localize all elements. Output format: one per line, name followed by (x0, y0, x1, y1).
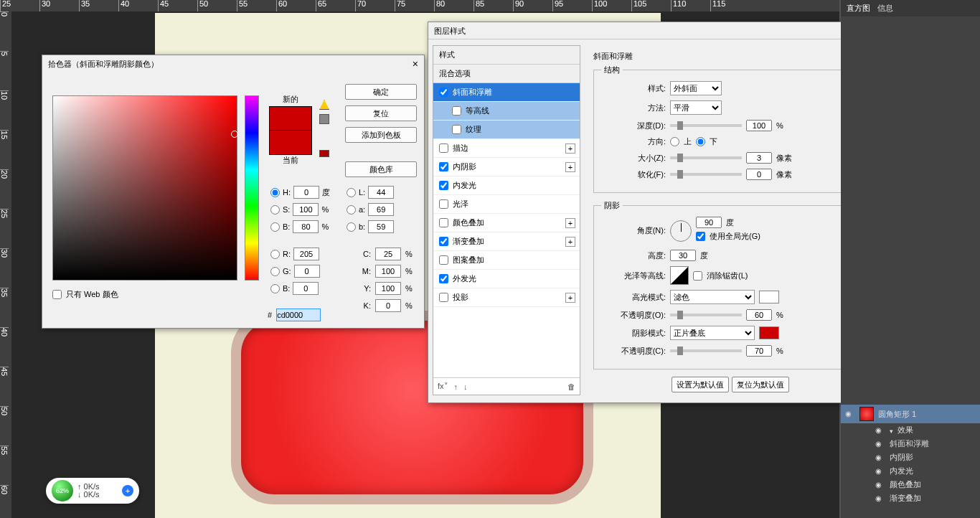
gamut-warning-icon[interactable] (319, 100, 329, 110)
reset-button[interactable]: 复位 (345, 105, 417, 121)
visibility-icon[interactable] (875, 439, 885, 449)
dir-down[interactable] (696, 137, 705, 146)
add-icon[interactable]: + (565, 218, 575, 228)
down-arrow-icon[interactable]: ↓ (463, 382, 468, 391)
ok-button[interactable]: 确定 (345, 84, 417, 100)
c-input[interactable] (375, 248, 401, 260)
fx-item[interactable]: 内发光 (841, 464, 980, 478)
l-radio[interactable] (347, 188, 356, 197)
k-input[interactable] (375, 299, 401, 312)
soften-slider[interactable] (670, 173, 742, 176)
layer-thumb[interactable] (859, 407, 874, 421)
contour-picker[interactable] (670, 266, 689, 285)
item-satin[interactable]: 光泽 (433, 195, 580, 214)
saturation-value-field[interactable] (52, 95, 237, 281)
fx-item[interactable]: 颜色叠加 (841, 478, 980, 491)
visibility-icon[interactable] (875, 425, 885, 435)
a-radio[interactable] (347, 205, 356, 215)
current-color-swatch[interactable] (269, 131, 312, 155)
item-contour[interactable]: 等高线 (433, 102, 580, 121)
add-icon[interactable]: + (565, 237, 575, 247)
b2-input[interactable] (368, 220, 394, 233)
y-input[interactable] (375, 282, 401, 295)
b2-radio[interactable] (347, 222, 356, 232)
h-radio[interactable] (270, 188, 280, 197)
hue-slider[interactable] (245, 95, 259, 281)
up-arrow-icon[interactable]: ↑ (454, 382, 458, 391)
highlight-opacity-slider[interactable] (670, 314, 742, 316)
fx-header[interactable]: 效果 (841, 423, 980, 437)
h-input[interactable] (293, 186, 319, 199)
close-icon[interactable]: × (413, 55, 418, 72)
visibility-icon[interactable] (875, 494, 885, 504)
item-texture[interactable]: 纹理 (433, 121, 580, 139)
dir-up[interactable] (670, 137, 679, 146)
plus-icon[interactable]: + (122, 485, 133, 496)
fx-item[interactable]: 渐变叠加 (841, 491, 980, 505)
fx-item[interactable]: 斜面和浮雕 (841, 437, 980, 451)
item-inner-shadow[interactable]: 内阴影+ (433, 158, 580, 176)
m-input[interactable] (375, 265, 401, 278)
size-input[interactable] (746, 152, 772, 164)
r-input[interactable] (293, 248, 319, 260)
layer-row[interactable]: 圆角矩形 1 (841, 405, 980, 423)
trash-icon[interactable]: 🗑 (567, 382, 575, 391)
tab-histogram[interactable]: 直方图 (847, 3, 870, 14)
g-input[interactable] (294, 265, 320, 278)
fx-icon[interactable]: fx˅ (438, 382, 448, 391)
shadow-opacity-input[interactable] (746, 345, 772, 357)
soften-input[interactable] (746, 169, 772, 180)
angle-dial[interactable] (670, 220, 692, 242)
styles-header[interactable]: 样式 (433, 46, 580, 65)
angle-input[interactable] (696, 217, 722, 228)
b-input[interactable] (293, 220, 319, 233)
b-radio[interactable] (270, 222, 280, 232)
depth-input[interactable] (746, 120, 772, 131)
highlight-mode-select[interactable]: 滤色 (670, 290, 755, 304)
item-outer-glow[interactable]: 外发光 (433, 270, 580, 288)
add-swatch-button[interactable]: 添加到色板 (345, 127, 417, 143)
item-color-overlay[interactable]: 颜色叠加+ (433, 214, 580, 232)
add-icon[interactable]: + (565, 143, 575, 154)
fx-item[interactable]: 内阴影 (841, 451, 980, 464)
size-slider[interactable] (670, 156, 742, 159)
g-radio[interactable] (270, 267, 280, 276)
depth-slider[interactable] (670, 124, 742, 127)
s-input[interactable] (293, 203, 319, 216)
color-libraries-button[interactable]: 颜色库 (345, 161, 417, 177)
l-input[interactable] (368, 186, 394, 199)
add-icon[interactable]: + (565, 162, 575, 172)
a-input[interactable] (368, 203, 394, 216)
global-light-checkbox[interactable] (696, 232, 705, 241)
visibility-icon[interactable] (845, 409, 855, 419)
item-bevel[interactable]: 斜面和浮雕 (433, 83, 580, 102)
set-default-button[interactable]: 设置为默认值 (672, 377, 729, 392)
add-icon[interactable]: + (565, 293, 575, 303)
bc-radio[interactable] (270, 284, 280, 293)
warn-swatch[interactable] (319, 150, 329, 157)
visibility-icon[interactable] (875, 453, 885, 463)
item-stroke[interactable]: 描边+ (433, 139, 580, 158)
highlight-opacity-input[interactable] (746, 309, 772, 321)
item-drop-shadow[interactable]: 投影+ (433, 288, 580, 307)
tab-info[interactable]: 信息 (877, 3, 893, 14)
item-pattern-overlay[interactable]: 图案叠加 (433, 251, 580, 270)
item-gradient-overlay[interactable]: 渐变叠加+ (433, 232, 580, 251)
antialias-checkbox[interactable] (693, 271, 702, 281)
style-select[interactable]: 外斜面 (670, 81, 722, 95)
technique-select[interactable]: 平滑 (670, 100, 722, 115)
altitude-input[interactable] (670, 250, 696, 261)
item-inner-glow[interactable]: 内发光 (433, 176, 580, 195)
cube-icon[interactable] (319, 114, 329, 124)
hex-input[interactable] (276, 309, 321, 321)
highlight-color[interactable] (759, 291, 779, 303)
visibility-icon[interactable] (875, 480, 885, 490)
r-radio[interactable] (270, 250, 280, 259)
shadow-opacity-slider[interactable] (670, 349, 742, 352)
shadow-color[interactable] (759, 326, 779, 339)
bc-input[interactable] (293, 282, 319, 295)
visibility-icon[interactable] (875, 466, 885, 476)
blend-options[interactable]: 混合选项 (433, 65, 580, 83)
s-radio[interactable] (270, 205, 280, 215)
reset-default-button[interactable]: 复位为默认值 (732, 377, 789, 392)
